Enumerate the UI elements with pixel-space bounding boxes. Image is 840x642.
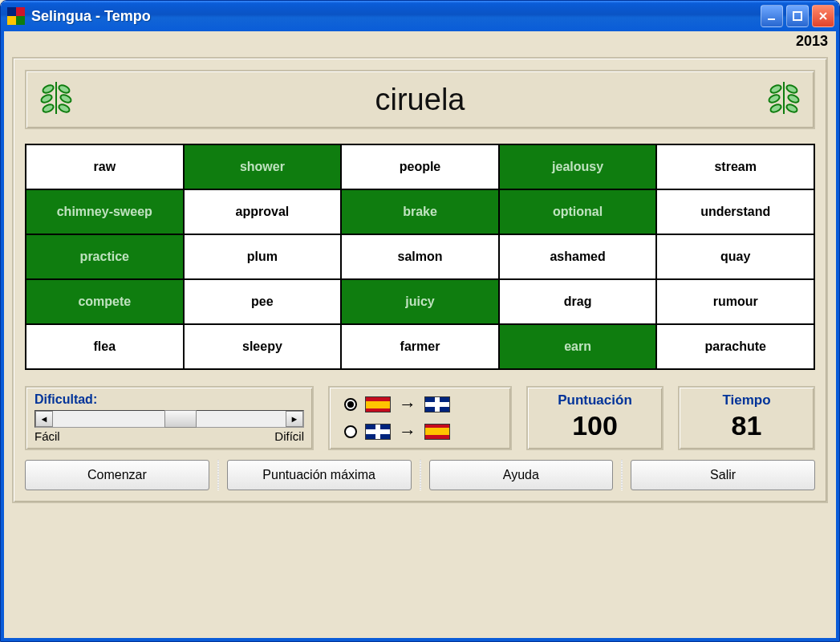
button-row: Comenzar Puntuación máxima Ayuda Salir xyxy=(25,460,815,490)
difficulty-easy-label: Fácil xyxy=(34,429,60,443)
difficulty-right-arrow[interactable]: ► xyxy=(286,411,303,427)
app-window: Selingua - Tempo 2013 ciruela rawshowerp… xyxy=(0,0,840,642)
word-cell[interactable]: juicy xyxy=(341,279,499,324)
word-cell[interactable]: shower xyxy=(184,144,342,189)
word-cell[interactable]: raw xyxy=(26,144,184,189)
svg-point-16 xyxy=(768,93,781,104)
window-title: Selingua - Tempo xyxy=(31,8,757,25)
word-cell[interactable]: ashamed xyxy=(499,234,657,279)
word-cell[interactable]: parachute xyxy=(656,324,814,369)
score-panel: Puntuación 100 xyxy=(526,386,663,450)
difficulty-label: Dificultad: xyxy=(34,392,304,407)
svg-point-12 xyxy=(58,103,71,113)
word-cell[interactable]: pee xyxy=(184,279,342,324)
svg-point-10 xyxy=(59,93,72,104)
minimize-button[interactable] xyxy=(761,5,783,27)
word-cell[interactable]: chimney-sweep xyxy=(26,189,184,234)
svg-point-14 xyxy=(769,83,782,94)
leaf-icon xyxy=(764,78,804,121)
radio-icon xyxy=(344,398,357,411)
word-cell[interactable]: practice xyxy=(26,234,184,279)
svg-rect-4 xyxy=(768,18,775,20)
difficulty-hard-label: Difícil xyxy=(274,429,304,443)
difficulty-slider[interactable]: ◄ ► xyxy=(34,410,304,428)
prompt-word: ciruela xyxy=(375,83,465,117)
flag-spain-icon xyxy=(365,396,391,412)
year-label: 2013 xyxy=(796,33,828,50)
word-cell[interactable]: jealousy xyxy=(499,144,657,189)
main-panel: ciruela rawshowerpeoplejealousystreamchi… xyxy=(12,57,828,503)
time-value: 81 xyxy=(688,410,806,441)
maximize-button[interactable] xyxy=(786,5,809,27)
word-cell[interactable]: quay xyxy=(656,234,814,279)
time-panel: Tiempo 81 xyxy=(678,386,815,450)
arrow-right-icon: → xyxy=(399,421,416,442)
time-label: Tiempo xyxy=(688,392,806,408)
arrow-right-icon: → xyxy=(399,394,416,415)
score-label: Puntuación xyxy=(536,392,654,408)
word-cell[interactable]: stream xyxy=(656,144,814,189)
close-button[interactable] xyxy=(812,5,834,27)
svg-rect-2 xyxy=(7,16,16,25)
svg-rect-1 xyxy=(16,7,25,16)
client-area: 2013 ciruela rawshowerpeoplejealousystre… xyxy=(1,31,839,641)
word-cell[interactable]: optional xyxy=(499,189,657,234)
svg-point-11 xyxy=(42,103,55,113)
word-cell[interactable]: farmer xyxy=(341,324,499,369)
titlebar: Selingua - Tempo xyxy=(1,1,839,31)
svg-point-9 xyxy=(40,93,53,104)
difficulty-thumb[interactable] xyxy=(164,410,197,428)
flag-spain-icon xyxy=(424,424,450,440)
word-cell[interactable]: earn xyxy=(499,324,657,369)
direction-panel: → → xyxy=(328,386,512,450)
prompt-panel: ciruela xyxy=(25,70,815,129)
svg-point-17 xyxy=(787,93,800,104)
difficulty-left-arrow[interactable]: ◄ xyxy=(35,411,53,427)
help-button[interactable]: Ayuda xyxy=(429,460,614,490)
radio-icon xyxy=(344,425,357,438)
score-value: 100 xyxy=(536,410,654,441)
svg-rect-3 xyxy=(16,16,25,25)
word-cell[interactable]: drag xyxy=(499,279,657,324)
highscore-button[interactable]: Puntuación máxima xyxy=(227,460,412,490)
difficulty-track[interactable] xyxy=(53,411,286,427)
word-cell[interactable]: salmon xyxy=(341,234,499,279)
start-button[interactable]: Comenzar xyxy=(25,460,209,490)
difficulty-panel: Dificultad: ◄ ► Fácil Difícil xyxy=(25,386,314,450)
word-cell[interactable]: rumour xyxy=(656,279,814,324)
word-grid: rawshowerpeoplejealousystreamchimney-swe… xyxy=(25,144,815,370)
svg-point-7 xyxy=(42,83,55,94)
status-row: Dificultad: ◄ ► Fácil Difícil xyxy=(25,386,815,450)
svg-point-8 xyxy=(58,83,71,94)
svg-point-18 xyxy=(769,103,782,113)
word-cell[interactable]: compete xyxy=(26,279,184,324)
word-cell[interactable]: flea xyxy=(26,324,184,369)
svg-point-15 xyxy=(785,83,798,94)
word-cell[interactable]: understand xyxy=(656,189,814,234)
svg-point-19 xyxy=(785,103,798,113)
word-cell[interactable]: approval xyxy=(184,189,342,234)
flag-uk-icon xyxy=(424,396,450,412)
exit-button[interactable]: Salir xyxy=(631,460,815,490)
word-cell[interactable]: plum xyxy=(184,234,342,279)
direction-es-to-en[interactable]: → xyxy=(344,394,496,415)
word-cell[interactable]: sleepy xyxy=(184,324,342,369)
word-cell[interactable]: people xyxy=(341,144,499,189)
app-icon xyxy=(7,7,25,25)
direction-en-to-es[interactable]: → xyxy=(344,421,496,442)
svg-rect-0 xyxy=(7,7,16,16)
leaf-icon xyxy=(36,78,76,121)
svg-rect-5 xyxy=(793,12,801,20)
word-cell[interactable]: brake xyxy=(341,189,499,234)
flag-uk-icon xyxy=(365,424,391,440)
